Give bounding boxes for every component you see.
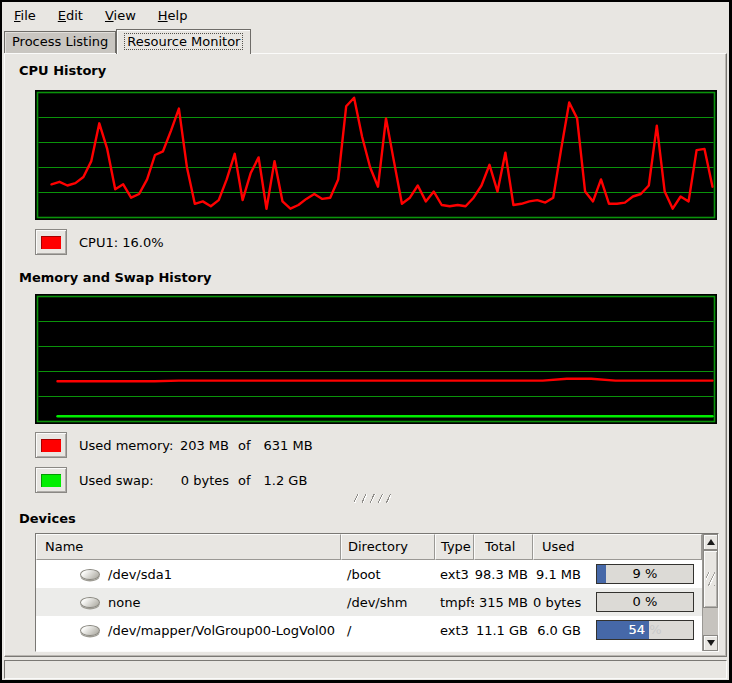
pane-resize-grip[interactable]	[354, 494, 391, 503]
device-directory: /	[341, 623, 435, 638]
menu-edit-mnemonic: E	[58, 8, 66, 23]
devices-table-header: Name Directory Type Total Used	[36, 534, 702, 560]
hard-disk-icon	[80, 625, 100, 636]
header-type[interactable]: Type	[435, 534, 474, 560]
cpu-legend: CPU1: 16.0%	[35, 229, 726, 255]
app-window: File Edit View Help Process Listing Reso…	[0, 0, 732, 683]
header-name[interactable]: Name	[36, 534, 341, 560]
status-bar	[4, 660, 727, 679]
tab-resource-monitor[interactable]: Resource Monitor	[116, 29, 251, 54]
header-directory[interactable]: Directory	[341, 534, 435, 560]
cpu-history-title: CPU History	[19, 63, 726, 79]
used-memory-of: of	[238, 438, 251, 453]
device-used-progressbar: 0 % 0 %	[596, 592, 694, 612]
scrollbar-trough[interactable]	[703, 608, 718, 635]
used-memory-color-swatch	[41, 439, 61, 452]
menu-file[interactable]: File	[6, 4, 44, 27]
device-used: 6.0 GB	[533, 623, 581, 638]
total-memory-value: 631 MB	[264, 438, 313, 453]
header-total[interactable]: Total	[474, 534, 533, 560]
menu-edit-label: dit	[66, 8, 83, 23]
device-total: 11.1 GB	[474, 623, 533, 638]
used-swap-of: of	[238, 473, 251, 488]
device-name: none	[108, 595, 140, 610]
device-name: /dev/mapper/VolGroup00-LogVol00	[108, 623, 335, 638]
menu-help-mnemonic: H	[158, 8, 168, 23]
hard-disk-icon	[80, 597, 100, 608]
table-row[interactable]: /dev/mapper/VolGroup00-LogVol00 / ext3 1…	[36, 616, 702, 644]
memory-swap-title: Memory and Swap History	[19, 270, 726, 286]
progress-label-overlay: 54 %	[597, 621, 649, 639]
used-memory-legend: Used memory: 203 MB of 631 MB	[35, 432, 726, 458]
device-used: 9.1 MB	[533, 567, 581, 582]
used-swap-legend: Used swap: 0 bytes of 1.2 GB	[35, 467, 726, 493]
device-used-progressbar: 9 % 9 %	[596, 564, 694, 584]
arrow-up-icon	[707, 539, 715, 545]
arrow-down-icon	[707, 640, 715, 646]
menu-view-label: iew	[114, 8, 136, 23]
progress-label: 0 %	[597, 593, 693, 611]
cpu-history-graph	[35, 90, 717, 220]
device-directory: /dev/shm	[341, 595, 435, 610]
memory-swap-graph	[35, 294, 717, 424]
header-used[interactable]: Used	[533, 534, 702, 560]
used-swap-label: Used swap:	[79, 473, 176, 488]
menu-edit[interactable]: Edit	[50, 4, 91, 27]
device-used-cell: 0 bytes 0 % 0 %	[533, 592, 702, 612]
table-row[interactable]: none /dev/shm tmpfs 315 MB 0 bytes 0 % 0…	[36, 588, 702, 616]
progress-label-overlay: 9 %	[597, 565, 606, 583]
table-row[interactable]: /dev/sda1 /boot ext3 98.3 MB 9.1 MB 9 % …	[36, 560, 702, 588]
devices-table-viewport: /dev/sda1 /boot ext3 98.3 MB 9.1 MB 9 % …	[36, 560, 702, 651]
scroll-down-button[interactable]	[703, 635, 718, 651]
device-used: 0 bytes	[533, 595, 581, 610]
tab-resource-monitor-label: Resource Monitor	[124, 33, 243, 50]
scroll-up-button[interactable]	[703, 534, 718, 550]
device-type: ext3	[435, 567, 474, 582]
device-name-cell: /dev/sda1	[36, 567, 341, 582]
menu-file-label: ile	[21, 8, 36, 23]
device-name: /dev/sda1	[108, 567, 172, 582]
device-total: 315 MB	[474, 595, 533, 610]
resource-monitor-page: CPU History CPU1: 16.0% Memory and Swap …	[4, 53, 727, 657]
used-swap-color-button[interactable]	[35, 467, 67, 493]
devices-title: Devices	[19, 511, 726, 527]
cpu1-usage-label: CPU1: 16.0%	[79, 235, 164, 250]
device-total: 98.3 MB	[474, 567, 533, 582]
device-directory: /boot	[341, 567, 435, 582]
device-name-cell: none	[36, 595, 341, 610]
device-type: ext3	[435, 623, 474, 638]
used-memory-label: Used memory:	[79, 438, 176, 453]
cpu1-color-button[interactable]	[35, 229, 67, 255]
used-memory-value: 203 MB	[176, 438, 229, 453]
device-name-cell: /dev/mapper/VolGroup00-LogVol00	[36, 623, 341, 638]
scrollbar-thumb[interactable]	[703, 550, 718, 608]
device-used-cell: 9.1 MB 9 % 9 %	[533, 564, 702, 584]
menu-help[interactable]: Help	[150, 4, 196, 27]
menu-view[interactable]: View	[97, 4, 144, 27]
scrollbar-grip-icon	[706, 572, 715, 586]
cpu1-color-swatch	[41, 236, 61, 249]
devices-table-main: Name Directory Type Total Used /dev/sda1…	[36, 534, 702, 651]
tab-process-listing-label: Process Listing	[12, 34, 108, 49]
device-used-progressbar: 54 % 54 %	[596, 620, 694, 640]
menu-view-mnemonic: V	[105, 8, 114, 23]
tab-bar: Process Listing Resource Monitor	[2, 28, 729, 53]
hard-disk-icon	[80, 569, 100, 580]
progress-label: 9 %	[597, 565, 693, 583]
devices-scrollbar[interactable]	[702, 534, 718, 651]
menu-bar: File Edit View Help	[2, 2, 729, 28]
devices-table: Name Directory Type Total Used /dev/sda1…	[35, 533, 719, 652]
total-swap-value: 1.2 GB	[264, 473, 308, 488]
device-used-cell: 6.0 GB 54 % 54 %	[533, 620, 702, 640]
tab-process-listing[interactable]: Process Listing	[4, 31, 116, 53]
device-type: tmpfs	[435, 595, 474, 610]
used-memory-color-button[interactable]	[35, 432, 67, 458]
used-swap-value: 0 bytes	[176, 473, 229, 488]
used-swap-color-swatch	[41, 474, 61, 487]
menu-help-label: elp	[168, 8, 188, 23]
